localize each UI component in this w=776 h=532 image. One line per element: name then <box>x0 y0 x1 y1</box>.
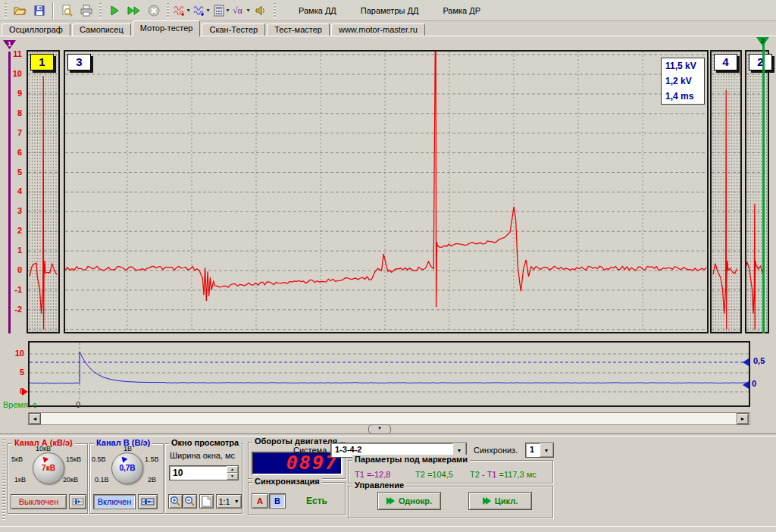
scroll-left-button[interactable]: ◄ <box>29 413 41 424</box>
print-preview-button[interactable] <box>58 2 76 20</box>
toolbar-separator <box>52 2 54 19</box>
timeline-chart <box>28 341 750 407</box>
dropdown-arrow-icon[interactable]: ▾ <box>206 7 209 14</box>
marker-1-flag[interactable]: 1 <box>3 40 16 49</box>
window-width-label: Ширина окна, мс <box>170 451 235 460</box>
cycle-run-label: Цикл. <box>495 496 518 505</box>
knob-b-label-bl: 0.1В <box>95 476 109 483</box>
collapse-panel-button[interactable]: ▼ <box>368 424 391 434</box>
cylinder-number-2: 2 <box>749 54 772 70</box>
dropdown-arrow-icon[interactable]: ▾ <box>226 7 229 14</box>
single-run-button[interactable]: Однокр. <box>377 492 441 510</box>
sync-source-value: 1 <box>526 443 540 457</box>
status-bar <box>0 526 776 532</box>
scope-y-tick: 9 <box>0 89 22 98</box>
cylinder-number-3: 3 <box>67 54 91 70</box>
save-icon <box>33 5 45 17</box>
window-width-spinbox[interactable]: 10 ▲▼ <box>169 465 239 480</box>
dropdown-arrow-icon[interactable]: ▾ <box>186 7 189 14</box>
tab-www.motor-master.ru[interactable]: www.motor-master.ru <box>331 23 425 36</box>
play-button[interactable] <box>105 2 124 20</box>
tab-Тест-мастер[interactable]: Тест-мастер <box>267 23 330 36</box>
tab-page-edge <box>0 36 776 36</box>
scope-y-tick: 8 <box>0 108 22 117</box>
toolbar-grip <box>99 3 102 18</box>
channel-b-state-button[interactable]: Включен <box>93 494 136 509</box>
sync-source-combo[interactable]: 1 ▼ <box>525 443 554 458</box>
fast-forward-button[interactable] <box>125 2 143 20</box>
dropdown-arrow-icon[interactable]: ▾ <box>246 7 249 14</box>
reset-view-button[interactable] <box>199 494 214 509</box>
sync-channel-a-button[interactable]: А <box>252 493 268 509</box>
readout-burn-kv: 1,2 kV <box>665 74 704 89</box>
cylinder-panel-3 <box>64 50 709 333</box>
tab-Самописец[interactable]: Самописец <box>72 23 131 36</box>
menu-item[interactable]: Рамка ДД <box>299 6 336 15</box>
channel-a-group: Канал А (кВ/э) 10кВ 5кВ 15кВ 1кВ 20кВ 7к… <box>8 443 88 514</box>
timeline-zero-arrow[interactable] <box>22 388 28 396</box>
knob-b-label-right: 1.5В <box>145 455 159 463</box>
tab-Мотор-тестер[interactable]: Мотор-тестер <box>133 20 201 36</box>
marker-1-line[interactable] <box>8 52 11 333</box>
cylinder-panel-1 <box>27 50 60 333</box>
panel-grip[interactable] <box>2 440 5 520</box>
signal-red-icon <box>174 5 186 17</box>
print-icon <box>80 5 93 17</box>
channel-a-range-knob[interactable]: 7кВ <box>33 452 64 484</box>
spin-down-icon[interactable]: ▼ <box>227 473 238 480</box>
signal-blue-icon <box>193 5 205 17</box>
open-folder-button[interactable] <box>11 2 29 20</box>
tab-bar: ОсциллографСамописецМотор-тестерСкан-Тес… <box>0 21 776 36</box>
calculator-button[interactable]: ▾ <box>212 2 230 20</box>
fast-forward-icon <box>127 5 141 17</box>
channel-fader-icon <box>72 497 84 506</box>
print-button[interactable] <box>77 2 95 20</box>
sync-channel-b-button[interactable]: В <box>269 493 286 509</box>
scroll-right-button[interactable]: ► <box>737 413 749 424</box>
channel-a-state-button[interactable]: Выключен <box>11 494 67 509</box>
timeline-x-tick: 0 <box>73 400 83 409</box>
sound-button[interactable] <box>252 2 270 20</box>
threshold-marker-icon[interactable] <box>743 358 749 366</box>
channel-a-offset-button[interactable] <box>69 494 86 509</box>
marker-2-line[interactable] <box>762 44 765 333</box>
stop-button[interactable] <box>145 2 163 20</box>
rpm-display: 0897 <box>252 452 343 475</box>
stop-icon <box>148 5 160 17</box>
channel-b-range-knob[interactable]: 0,7В <box>111 452 143 484</box>
save-button[interactable] <box>30 2 48 20</box>
timeline-scrollbar[interactable] <box>28 412 750 425</box>
channel-b-offset-button[interactable] <box>138 494 158 509</box>
menu-item[interactable]: Рамка ДР <box>443 6 480 15</box>
zoom-in-button[interactable] <box>168 494 183 509</box>
sound-icon <box>255 5 267 17</box>
signal-blue-button[interactable]: ▾ <box>192 2 211 20</box>
knob-a-label-top: 10кВ <box>36 445 51 452</box>
signal-red-button[interactable]: ▾ <box>173 2 191 20</box>
scale-value: 1:1 <box>218 497 230 506</box>
cycle-run-button[interactable]: Цикл. <box>468 492 532 510</box>
scale-combo[interactable]: 1:1 ▼ <box>216 494 242 509</box>
new-page-icon <box>202 496 211 507</box>
readout-peak-kv: 11,5 kV <box>665 58 704 74</box>
tab-Осциллограф[interactable]: Осциллограф <box>2 23 70 36</box>
tab-Скан-Тестер[interactable]: Скан-Тестер <box>202 23 265 36</box>
dropdown-arrow-icon[interactable]: ▼ <box>540 443 553 457</box>
trace-zero-marker-icon[interactable] <box>743 381 749 389</box>
scope-y-tick: 0 <box>0 265 22 274</box>
marker-2-flag[interactable]: 2 <box>756 37 769 46</box>
calculator-icon <box>213 5 225 17</box>
math-formula-button[interactable]: √α▾ <box>232 2 250 20</box>
t1-value: Т1 =-12,8 <box>355 470 390 479</box>
menu-item[interactable]: Параметры ДД <box>361 6 419 15</box>
spin-up-icon[interactable]: ▲ <box>227 466 238 473</box>
threshold-value: 0,5 <box>753 356 765 365</box>
zoom-out-icon <box>184 496 196 507</box>
zoom-out-button[interactable] <box>183 494 197 509</box>
cylinder-number-1: 1 <box>30 54 54 70</box>
knob-pointer-icon <box>41 455 49 463</box>
scope-y-tick: 10 <box>0 69 22 78</box>
print-preview-icon <box>61 5 73 17</box>
scope-y-tick: 3 <box>0 206 22 215</box>
scope-y-tick: -1 <box>0 285 22 294</box>
